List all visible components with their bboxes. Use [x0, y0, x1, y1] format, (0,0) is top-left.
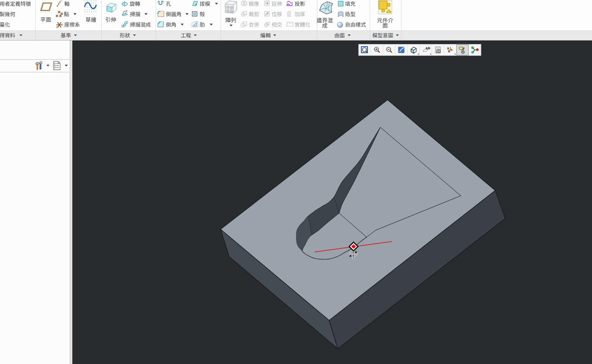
svg-text:AB: AB [425, 46, 430, 50]
